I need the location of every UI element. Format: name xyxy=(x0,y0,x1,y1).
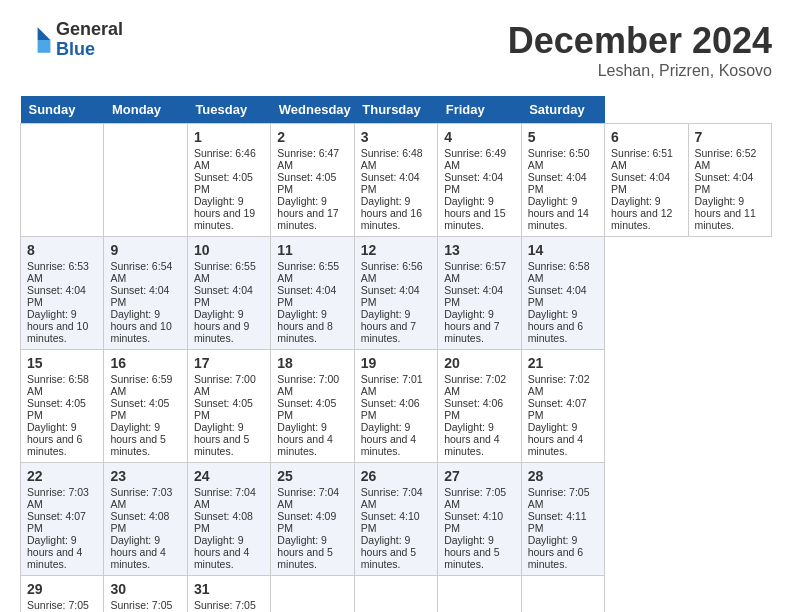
col-saturday: Saturday xyxy=(521,96,604,124)
day-number: 27 xyxy=(444,468,514,484)
day-number: 13 xyxy=(444,242,514,258)
logo: General Blue xyxy=(20,20,123,60)
sunset: Sunset: 4:05 PM xyxy=(277,397,336,421)
calendar-cell: 30Sunrise: 7:05 AMSunset: 4:13 PMDayligh… xyxy=(104,576,187,613)
day-number: 12 xyxy=(361,242,431,258)
daylight: Daylight: 9 hours and 8 minutes. xyxy=(277,308,332,344)
day-number: 10 xyxy=(194,242,264,258)
sunset: Sunset: 4:04 PM xyxy=(444,171,503,195)
sunrise: Sunrise: 7:05 AM xyxy=(194,599,256,612)
calendar-table: Sunday Monday Tuesday Wednesday Thursday… xyxy=(20,96,772,612)
calendar-cell: 15Sunrise: 6:58 AMSunset: 4:05 PMDayligh… xyxy=(21,350,104,463)
location-subtitle: Leshan, Prizren, Kosovo xyxy=(508,62,772,80)
day-number: 30 xyxy=(110,581,180,597)
calendar-cell: 6Sunrise: 6:51 AMSunset: 4:04 PMDaylight… xyxy=(605,124,688,237)
calendar-cell: 14Sunrise: 6:58 AMSunset: 4:04 PMDayligh… xyxy=(521,237,604,350)
sunset: Sunset: 4:04 PM xyxy=(528,171,587,195)
daylight: Daylight: 9 hours and 4 minutes. xyxy=(444,421,499,457)
daylight: Daylight: 9 hours and 14 minutes. xyxy=(528,195,589,231)
calendar-cell: 7Sunrise: 6:52 AMSunset: 4:04 PMDaylight… xyxy=(688,124,772,237)
calendar-cell: 2Sunrise: 6:47 AMSunset: 4:05 PMDaylight… xyxy=(271,124,354,237)
sunrise: Sunrise: 7:03 AM xyxy=(27,486,89,510)
sunset: Sunset: 4:06 PM xyxy=(361,397,420,421)
day-number: 14 xyxy=(528,242,598,258)
logo-icon xyxy=(20,24,52,56)
day-number: 19 xyxy=(361,355,431,371)
day-number: 16 xyxy=(110,355,180,371)
sunrise: Sunrise: 6:55 AM xyxy=(194,260,256,284)
sunset: Sunset: 4:09 PM xyxy=(277,510,336,534)
col-wednesday: Wednesday xyxy=(271,96,354,124)
col-monday: Monday xyxy=(104,96,187,124)
daylight: Daylight: 9 hours and 5 minutes. xyxy=(444,534,499,570)
sunset: Sunset: 4:10 PM xyxy=(361,510,420,534)
day-number: 1 xyxy=(194,129,264,145)
sunrise: Sunrise: 7:01 AM xyxy=(361,373,423,397)
calendar-cell: 25Sunrise: 7:04 AMSunset: 4:09 PMDayligh… xyxy=(271,463,354,576)
sunset: Sunset: 4:07 PM xyxy=(528,397,587,421)
sunset: Sunset: 4:04 PM xyxy=(361,284,420,308)
calendar-cell: 10Sunrise: 6:55 AMSunset: 4:04 PMDayligh… xyxy=(187,237,270,350)
day-number: 24 xyxy=(194,468,264,484)
day-number: 3 xyxy=(361,129,431,145)
calendar-cell: 26Sunrise: 7:04 AMSunset: 4:10 PMDayligh… xyxy=(354,463,437,576)
daylight: Daylight: 9 hours and 17 minutes. xyxy=(277,195,338,231)
sunset: Sunset: 4:10 PM xyxy=(444,510,503,534)
sunrise: Sunrise: 6:51 AM xyxy=(611,147,673,171)
day-number: 20 xyxy=(444,355,514,371)
month-title: December 2024 xyxy=(508,20,772,62)
calendar-cell xyxy=(354,576,437,613)
calendar-cell: 31Sunrise: 7:05 AMSunset: 4:13 PMDayligh… xyxy=(187,576,270,613)
day-number: 25 xyxy=(277,468,347,484)
daylight: Daylight: 9 hours and 11 minutes. xyxy=(695,195,756,231)
sunset: Sunset: 4:04 PM xyxy=(361,171,420,195)
sunrise: Sunrise: 7:04 AM xyxy=(194,486,256,510)
calendar-cell: 4Sunrise: 6:49 AMSunset: 4:04 PMDaylight… xyxy=(438,124,521,237)
calendar-cell: 16Sunrise: 6:59 AMSunset: 4:05 PMDayligh… xyxy=(104,350,187,463)
calendar-cell: 5Sunrise: 6:50 AMSunset: 4:04 PMDaylight… xyxy=(521,124,604,237)
sunrise: Sunrise: 7:05 AM xyxy=(110,599,172,612)
calendar-body: 1Sunrise: 6:46 AMSunset: 4:05 PMDaylight… xyxy=(21,124,772,613)
calendar-cell: 13Sunrise: 6:57 AMSunset: 4:04 PMDayligh… xyxy=(438,237,521,350)
sunset: Sunset: 4:04 PM xyxy=(277,284,336,308)
daylight: Daylight: 9 hours and 4 minutes. xyxy=(528,421,583,457)
calendar-cell: 3Sunrise: 6:48 AMSunset: 4:04 PMDaylight… xyxy=(354,124,437,237)
svg-marker-1 xyxy=(38,40,51,53)
calendar-cell: 22Sunrise: 7:03 AMSunset: 4:07 PMDayligh… xyxy=(21,463,104,576)
sunset: Sunset: 4:06 PM xyxy=(444,397,503,421)
daylight: Daylight: 9 hours and 16 minutes. xyxy=(361,195,422,231)
daylight: Daylight: 9 hours and 4 minutes. xyxy=(110,534,165,570)
calendar-cell: 8Sunrise: 6:53 AMSunset: 4:04 PMDaylight… xyxy=(21,237,104,350)
calendar-cell: 24Sunrise: 7:04 AMSunset: 4:08 PMDayligh… xyxy=(187,463,270,576)
sunrise: Sunrise: 7:00 AM xyxy=(277,373,339,397)
calendar-cell: 28Sunrise: 7:05 AMSunset: 4:11 PMDayligh… xyxy=(521,463,604,576)
day-number: 28 xyxy=(528,468,598,484)
daylight: Daylight: 9 hours and 5 minutes. xyxy=(194,421,249,457)
day-number: 5 xyxy=(528,129,598,145)
sunrise: Sunrise: 7:04 AM xyxy=(361,486,423,510)
sunrise: Sunrise: 6:49 AM xyxy=(444,147,506,171)
day-number: 31 xyxy=(194,581,264,597)
sunset: Sunset: 4:04 PM xyxy=(194,284,253,308)
calendar-cell: 21Sunrise: 7:02 AMSunset: 4:07 PMDayligh… xyxy=(521,350,604,463)
daylight: Daylight: 9 hours and 5 minutes. xyxy=(361,534,416,570)
daylight: Daylight: 9 hours and 5 minutes. xyxy=(277,534,332,570)
calendar-week-row: 8Sunrise: 6:53 AMSunset: 4:04 PMDaylight… xyxy=(21,237,772,350)
day-number: 11 xyxy=(277,242,347,258)
daylight: Daylight: 9 hours and 5 minutes. xyxy=(110,421,165,457)
calendar-cell: 1Sunrise: 6:46 AMSunset: 4:05 PMDaylight… xyxy=(187,124,270,237)
calendar-cell: 19Sunrise: 7:01 AMSunset: 4:06 PMDayligh… xyxy=(354,350,437,463)
daylight: Daylight: 9 hours and 4 minutes. xyxy=(277,421,332,457)
sunrise: Sunrise: 6:56 AM xyxy=(361,260,423,284)
daylight: Daylight: 9 hours and 15 minutes. xyxy=(444,195,505,231)
sunrise: Sunrise: 6:59 AM xyxy=(110,373,172,397)
sunset: Sunset: 4:05 PM xyxy=(277,171,336,195)
sunset: Sunset: 4:04 PM xyxy=(695,171,754,195)
daylight: Daylight: 9 hours and 10 minutes. xyxy=(27,308,88,344)
day-number: 22 xyxy=(27,468,97,484)
calendar-week-row: 29Sunrise: 7:05 AMSunset: 4:12 PMDayligh… xyxy=(21,576,772,613)
day-number: 21 xyxy=(528,355,598,371)
sunset: Sunset: 4:04 PM xyxy=(444,284,503,308)
day-number: 29 xyxy=(27,581,97,597)
calendar-cell xyxy=(21,124,104,237)
